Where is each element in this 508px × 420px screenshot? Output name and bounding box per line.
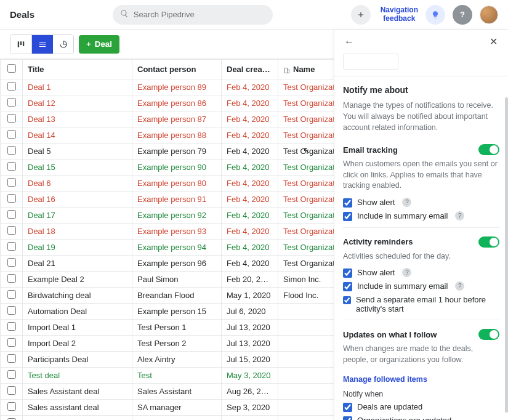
global-search[interactable]: [113, 5, 273, 25]
col-title[interactable]: Title: [23, 60, 132, 79]
section-option[interactable]: Include in summary email?: [343, 281, 499, 291]
forecast-view-button[interactable]: [52, 35, 73, 54]
deal-title-link[interactable]: Deal 6: [28, 179, 51, 188]
row-checkbox[interactable]: [7, 402, 16, 411]
contact-link[interactable]: Breandan Flood: [137, 291, 195, 300]
contact-link[interactable]: Example person 94: [137, 243, 206, 252]
contact-link[interactable]: Example person 80: [137, 179, 206, 188]
contact-link[interactable]: Example person 91: [137, 195, 206, 204]
contact-link[interactable]: Alex Aintry: [137, 355, 175, 364]
help-icon[interactable]: ?: [455, 211, 464, 220]
row-checkbox[interactable]: [7, 226, 16, 235]
deal-title-link[interactable]: Sales assistant deal: [28, 403, 99, 412]
contact-link[interactable]: Example person 89: [137, 83, 206, 92]
section-toggle[interactable]: [478, 144, 499, 155]
deal-title-link[interactable]: Birdwatching deal: [28, 291, 91, 300]
deal-title-link[interactable]: Deal 17: [28, 211, 55, 220]
deal-title-link[interactable]: Sales Assistant deal: [28, 387, 99, 396]
contact-link[interactable]: Example person 86: [137, 99, 206, 108]
contact-link[interactable]: Example person 79: [137, 147, 206, 156]
row-checkbox[interactable]: [7, 386, 16, 395]
section-option[interactable]: Show alert?: [343, 198, 499, 208]
option-checkbox[interactable]: [343, 416, 352, 420]
deal-title-link[interactable]: Deal 15: [28, 163, 55, 172]
section-toggle[interactable]: [478, 329, 499, 340]
row-checkbox[interactable]: [7, 178, 16, 187]
row-checkbox[interactable]: [7, 210, 16, 219]
section-toggle[interactable]: [478, 236, 499, 248]
option-checkbox[interactable]: [343, 269, 352, 278]
row-checkbox[interactable]: [7, 322, 16, 331]
row-checkbox[interactable]: [7, 370, 16, 379]
list-view-button[interactable]: [31, 35, 52, 54]
org-link[interactable]: Simon Inc.: [283, 275, 321, 284]
contact-link[interactable]: Paul Simon: [137, 275, 178, 284]
row-checkbox[interactable]: [7, 114, 16, 123]
row-checkbox[interactable]: [7, 194, 16, 203]
row-checkbox[interactable]: [7, 146, 16, 155]
panel-close-button[interactable]: ✕: [487, 36, 499, 47]
help-icon[interactable]: ?: [402, 268, 411, 277]
deal-title-link[interactable]: Participants Deal: [28, 355, 88, 364]
deal-title-link[interactable]: Import Deal 1: [28, 323, 76, 332]
manage-followed-link[interactable]: Manage followed items: [343, 375, 427, 384]
quick-add-button[interactable]: [351, 5, 371, 25]
col-created[interactable]: Deal created: [222, 60, 278, 79]
deal-title-link[interactable]: Deal 13: [28, 115, 55, 124]
row-checkbox[interactable]: [7, 338, 16, 347]
row-checkbox[interactable]: [7, 98, 16, 107]
row-checkbox[interactable]: [7, 306, 16, 315]
panel-selector-stub[interactable]: [343, 54, 398, 70]
row-checkbox[interactable]: [7, 82, 16, 91]
hints-button[interactable]: [425, 5, 445, 25]
contact-link[interactable]: Example person 93: [137, 227, 206, 236]
deal-title-link[interactable]: Deal 1: [28, 83, 51, 92]
contact-link[interactable]: Test: [137, 371, 152, 380]
row-checkbox[interactable]: [7, 290, 16, 299]
contact-link[interactable]: Example person 15: [137, 307, 206, 316]
deal-title-link[interactable]: Import Deal 2: [28, 339, 76, 348]
help-button[interactable]: ?: [453, 5, 472, 25]
deal-title-link[interactable]: Deal 14: [28, 131, 55, 140]
contact-link[interactable]: Example person 88: [137, 131, 206, 140]
option-checkbox[interactable]: [343, 403, 352, 412]
section-option[interactable]: Send a separate email 1 hour before acti…: [343, 295, 499, 313]
section-option[interactable]: Include in summary email?: [343, 211, 499, 221]
deal-title-link[interactable]: Deal 16: [28, 195, 55, 204]
row-checkbox[interactable]: [7, 274, 16, 283]
contact-link[interactable]: SA manager: [137, 403, 182, 412]
help-icon[interactable]: ?: [455, 281, 464, 291]
search-input[interactable]: [134, 10, 265, 19]
contact-link[interactable]: Test Person 2: [137, 339, 187, 348]
col-contact[interactable]: Contact person: [132, 60, 222, 79]
help-icon[interactable]: ?: [402, 198, 411, 207]
contact-link[interactable]: Example person 87: [137, 115, 206, 124]
add-deal-button[interactable]: + Deal: [79, 35, 119, 54]
nav-feedback-link[interactable]: Navigationfeedback: [381, 6, 418, 22]
deal-title-link[interactable]: Deal 19: [28, 243, 55, 252]
deal-title-link[interactable]: Deal 5: [28, 147, 51, 156]
section-option[interactable]: Deals are updated: [343, 402, 499, 412]
deal-title-link[interactable]: Test deal: [28, 371, 60, 380]
contact-link[interactable]: Test Person 1: [137, 323, 187, 332]
contact-link[interactable]: Sales Assistant: [137, 387, 192, 396]
contact-link[interactable]: Example person 92: [137, 211, 206, 220]
row-checkbox[interactable]: [7, 242, 16, 251]
deal-title-link[interactable]: Example Deal 2: [28, 275, 84, 284]
row-checkbox[interactable]: [7, 130, 16, 139]
select-all-checkbox[interactable]: [7, 64, 16, 73]
deal-title-link[interactable]: Automation Deal: [28, 307, 87, 316]
panel-scrollbar[interactable]: [505, 97, 508, 413]
org-link[interactable]: Flood Inc.: [283, 291, 318, 300]
deal-title-link[interactable]: Deal 12: [28, 99, 55, 108]
row-checkbox[interactable]: [7, 258, 16, 267]
deal-title-link[interactable]: Deal 21: [28, 259, 55, 268]
option-checkbox[interactable]: [343, 212, 352, 221]
section-option[interactable]: Show alert?: [343, 268, 499, 278]
row-checkbox[interactable]: [7, 354, 16, 363]
panel-back-button[interactable]: ←: [343, 36, 355, 47]
pipeline-view-button[interactable]: [10, 35, 31, 54]
user-avatar[interactable]: [480, 6, 498, 24]
option-checkbox[interactable]: [343, 282, 352, 291]
row-checkbox[interactable]: [7, 162, 16, 171]
